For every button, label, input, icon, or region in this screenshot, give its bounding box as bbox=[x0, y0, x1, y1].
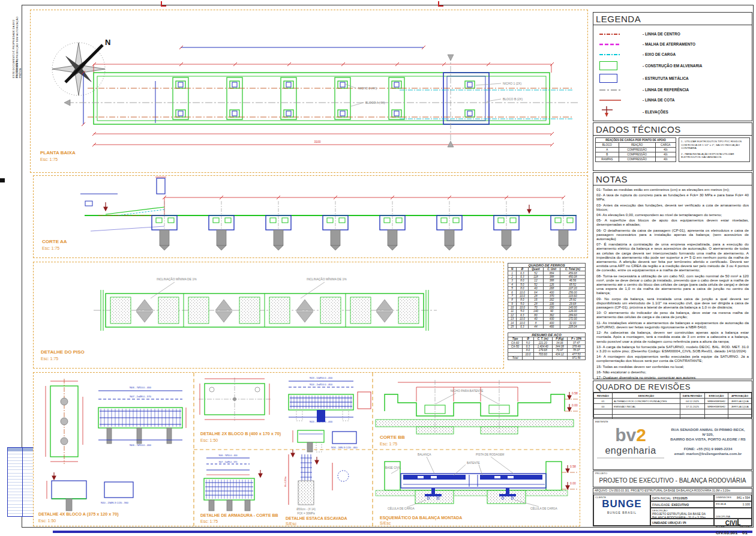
svg-text:Esc: 1:75: Esc: 1:75 bbox=[200, 519, 218, 523]
corte-aa-label: CORTE AA bbox=[42, 239, 67, 244]
svg-text:0.00: 0.00 bbox=[572, 403, 578, 407]
estaca-label: DETALHE ESTACA ESCAVADA bbox=[286, 516, 347, 520]
aco-rows: CA-605.0221.2034.0637.47CA-506.31,404.40… bbox=[508, 341, 586, 360]
note-item: 08- Torna-se necessária a utilização de … bbox=[596, 274, 749, 295]
legend-item-malha-aterramento: - MALHA DE ATERRAMENTO bbox=[593, 39, 752, 49]
svg-text:INCLINAÇÃO MÍNIMA DE 1%: INCLINAÇÃO MÍNIMA DE 1% bbox=[157, 277, 197, 281]
svg-text:3100: 3100 bbox=[314, 140, 320, 143]
dados-tecnicos-section: DADOS TÉCNICOS REAÇÕES DE CARGA POR PONT… bbox=[593, 122, 752, 171]
bloco-b-label: DETALHE 2X BLOCO B (400 x 170 x 70) bbox=[200, 431, 281, 436]
svg-text:BLOCO B (2X): BLOCO B (2X) bbox=[503, 97, 523, 101]
panel-corte-aa: CORTE AA Esc: 1:75 bbox=[33, 175, 588, 258]
svg-text:BASE CIVIL: BASE CIVIL bbox=[385, 466, 401, 469]
svg-text:NICHO 1 (2X): NICHO 1 (2X) bbox=[503, 82, 521, 85]
panel-details: N06 - 7Ø10.0 - 400 N07 - 2xØ8.0 - 370 N0… bbox=[33, 372, 580, 526]
note-item: 02- A taxa de ruptura do concreto para a… bbox=[596, 193, 749, 201]
dados-tecnicos-title: DADOS TÉCNICOS bbox=[593, 123, 752, 136]
svg-text:Esc: 1:75: Esc: 1:75 bbox=[40, 157, 58, 161]
svg-text:S/Esc: S/Esc bbox=[380, 521, 391, 525]
svg-text:N13 - 10Ø10.0 - 400: N13 - 10Ø10.0 - 400 bbox=[310, 420, 333, 423]
corte-aa-drawing: CORTE AA Esc: 1:75 bbox=[34, 176, 587, 257]
corte-bb-label: CORTE BB bbox=[380, 435, 405, 440]
elevation-symbol-icon bbox=[599, 106, 639, 118]
folha-cell: FOLHA: CIV.03.301 bbox=[714, 519, 738, 526]
svg-text:BATENTE: BATENTE bbox=[467, 462, 480, 465]
reference-line-sample-icon bbox=[599, 88, 639, 92]
svg-text:Ø30cm - (X 14): Ø30cm - (X 14) bbox=[296, 508, 316, 511]
revisao-cell: REVISÃO: 01 bbox=[738, 519, 752, 526]
margin-tick bbox=[0, 178, 5, 182]
notas-section: NOTAS 01- Todas as medidas estão em cent… bbox=[593, 172, 752, 379]
detalhe-piso-label: DETALHE DO PISO bbox=[41, 349, 85, 355]
svg-text:N06 - 7Ø10.0 - 400: N06 - 7Ø10.0 - 400 bbox=[130, 444, 152, 447]
note-item: 11- As instalações elétricas e aterramen… bbox=[596, 321, 749, 329]
ferros-title: QUADRO DE FERROS bbox=[508, 263, 586, 268]
note-item: 12- As cabeceiras da balança, devem ser … bbox=[596, 330, 749, 343]
bloco-a-label: DETALHE 4X BLOCO A (375 x 120 x 70) bbox=[38, 511, 119, 517]
note-item: 16- Não escalonar o desenho; bbox=[596, 370, 749, 374]
ferros-rows: 16.352884459.6826.3118388450.0838.012388… bbox=[508, 271, 586, 329]
panel-planta-baixa: N 3100 bbox=[30, 10, 588, 173]
legend-item-eixo-carga: - EIXO DE CARGA bbox=[593, 49, 752, 59]
bunge-logo: BUNGE bbox=[594, 499, 650, 509]
esquematico-label: ESQUEMÁTICO DA BALANÇA MONTADA bbox=[380, 515, 462, 520]
eletrodutos-note: 1 - UTILIZAR ELETRODUTOS TIPO PVC RIGIDO… bbox=[679, 137, 750, 162]
aco-title: RESUMO DE AÇO bbox=[508, 333, 586, 337]
svg-text:NICHO 2 (4X): NICHO 2 (4X) bbox=[358, 86, 377, 90]
note-item: 15- Todas as medidas devem ser conferida… bbox=[596, 364, 749, 369]
title-block: ARQUIVO: CIV.0503.03.301. PROJETO ESTRUT… bbox=[593, 488, 752, 526]
descricao-cell: DESCRIÇÃO PROJETO ESTRUTURAL DA BASE DA … bbox=[650, 508, 714, 519]
revisoes-table: REVISÃO DESCRIÇÃO DATA REVISÃO EXECUÇÃO … bbox=[593, 393, 752, 420]
note-item: 14- A montagem dos equipamentos serão ex… bbox=[596, 354, 749, 363]
legend-section: LEGENDA - LINHA DE CENTRO - MALHA DE ATE… bbox=[593, 12, 752, 121]
svg-text:N13 - 10Ø10.0 - 400: N13 - 10Ø10.0 - 400 bbox=[310, 376, 333, 379]
svg-text:Esc: 1:50: Esc: 1:50 bbox=[200, 438, 218, 442]
svg-text:BALANÇA: BALANÇA bbox=[418, 453, 431, 456]
svg-text:N06 - 7Ø10.0 - 400: N06 - 7Ø10.0 - 400 bbox=[219, 454, 238, 457]
escala-cell: ESCALA 1:100 bbox=[714, 501, 752, 508]
notas-title: NOTAS bbox=[593, 173, 752, 185]
svg-text:N14 - 2xØ10.0 - 400: N14 - 2xØ10.0 - 400 bbox=[310, 383, 333, 386]
legend-item-referencia: - LINHA DE REFERÊNCIA bbox=[593, 85, 752, 95]
centerline-sample-icon bbox=[599, 32, 639, 37]
svg-text:N06 - 7Ø10.0 - 400: N06 - 7Ø10.0 - 400 bbox=[130, 386, 152, 389]
armadura-label: DETALHE DE ARMADURA - CORTE BB bbox=[200, 513, 278, 517]
bv2-logo: bv2 engenharia bbox=[597, 425, 664, 466]
svg-text:CÉLULA DE CARGA: CÉLULA DE CARGA bbox=[388, 507, 415, 510]
svg-text:CÉLULA DE CARGA: CÉLULA DE CARGA bbox=[530, 507, 558, 510]
note-item: 10- O aterramento do indicador de peso d… bbox=[596, 310, 749, 319]
emitente-address: RUA SENADOR ANIBAL DI PRIMIO BECK, N°325… bbox=[667, 427, 749, 456]
details-drawing: N06 - 7Ø10.0 - 400 N07 - 2xØ8.0 - 370 N0… bbox=[34, 373, 580, 526]
revisoes-title: QUADRO DE REVISÕES bbox=[593, 381, 752, 393]
svg-text:FCK = 30MPa: FCK = 30MPa bbox=[298, 512, 315, 515]
note-item: 04- As elevações 0,00, correspondem ao n… bbox=[596, 212, 749, 217]
legend-item-cota: - LINHA DE COTA bbox=[593, 95, 752, 105]
legend-item-alvenaria: - CONSTRUÇÃO EM ALVENARIA bbox=[593, 59, 752, 72]
quadro-de-ferros: QUADRO DE FERROS N Ø Quant C. Unit C. To… bbox=[508, 263, 586, 329]
drawing-sheet: ESTE DOCUMENTO É PROPRIEDADE DA BV2 ENGE… bbox=[0, 0, 756, 536]
svg-text:H=4,00m: H=4,00m bbox=[284, 476, 287, 487]
note-item: 13- A carga da balança foi fornecida pel… bbox=[596, 345, 749, 353]
resumo-de-aco: RESUMO DE AÇO Tipo Ø C. T. (m) P (Kg) P … bbox=[508, 333, 586, 360]
note-item: 07- É mandatória a contratação de uma em… bbox=[596, 242, 749, 272]
revisoes-section: QUADRO DE REVISÕES REVISÃO DESCRIÇÃO DAT… bbox=[593, 381, 752, 418]
masonry-sample-icon bbox=[599, 61, 639, 70]
panel-detalhe-piso: INCLINAÇÃO MÍNIMA DE 1% INCLINAÇÃO MÍNIM… bbox=[33, 262, 504, 369]
emitente-section: EMITENTE bv2 engenharia RUA SENADOR ANIB… bbox=[593, 418, 752, 470]
svg-text:BLOCO A (4X): BLOCO A (4X) bbox=[365, 101, 385, 104]
dimension-line-sample-icon bbox=[599, 98, 639, 103]
svg-text:Esc: 1:75: Esc: 1:75 bbox=[380, 442, 397, 446]
svg-text:N10 - 23Ø6.3 C/20 - 360: N10 - 23Ø6.3 C/20 - 360 bbox=[101, 501, 129, 504]
arquivo-row: ARQUIVO: CIV.0503.03.301. PROJETO ESTRUT… bbox=[593, 489, 752, 493]
svg-text:N: N bbox=[105, 38, 110, 47]
margin-vertical-text: PROIBIDA A REPRODUÇÃO SEM AUTORIZAÇÃO PR… bbox=[16, 6, 22, 78]
svg-text:NICHO PARA BATENTE: NICHO PARA BATENTE bbox=[451, 389, 484, 393]
svg-text:N16 - 2Ø6.3 C/20 - 460: N16 - 2Ø6.3 C/20 - 460 bbox=[331, 446, 358, 449]
legend-item-linha-centro: - LINHA DE CENTRO bbox=[593, 29, 752, 39]
note-item: 05- A superfície dos blocos de apoio dos… bbox=[596, 218, 749, 226]
finalidade-cell: FINALIDADE: EXECUTIVO bbox=[650, 501, 714, 508]
svg-text:S/Esc: S/Esc bbox=[286, 522, 297, 526]
svg-text:INCLINAÇÃO MÍNIMA DE 1%: INCLINAÇÃO MÍNIMA DE 1% bbox=[307, 277, 347, 281]
registration-mark bbox=[438, 1, 443, 7]
projeto-section: PROJETO PROJETO DE EXECUTIVO - BALANÇA R… bbox=[593, 471, 752, 487]
